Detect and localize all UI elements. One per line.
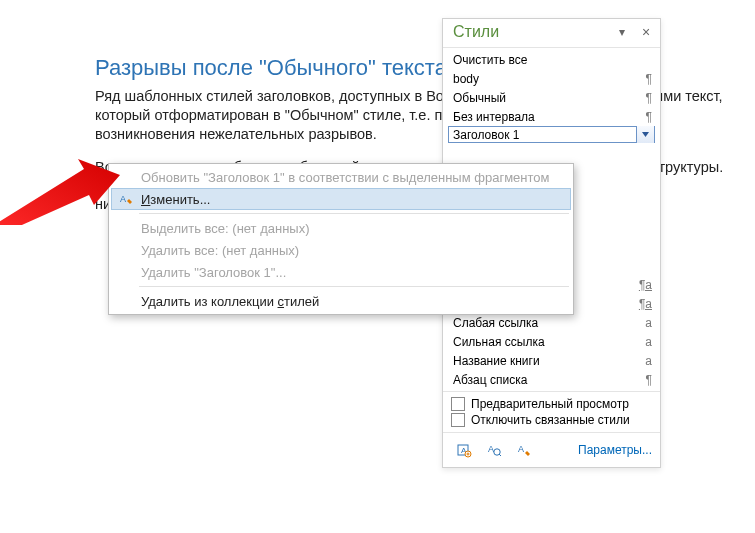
- style-type-icon: ¶: [636, 91, 652, 105]
- style-label: Сильная ссылка: [453, 335, 636, 349]
- style-inspector-button[interactable]: A: [481, 438, 507, 462]
- ctx-label: Изменить...: [141, 192, 210, 207]
- svg-text:A: A: [518, 444, 524, 454]
- svg-line-8: [499, 454, 501, 456]
- style-label: Заголовок 1: [453, 128, 636, 142]
- preview-checkbox-row[interactable]: Предварительный просмотр: [451, 396, 652, 412]
- style-type-icon: a: [636, 335, 652, 349]
- style-type-icon: a: [636, 354, 652, 368]
- style-item[interactable]: Сильная ссылка a: [443, 332, 660, 351]
- ctx-remove-all: Удалить все: (нет данных): [111, 239, 571, 261]
- style-type-icon: ¶: [636, 72, 652, 86]
- style-item[interactable]: Название книги a: [443, 351, 660, 370]
- ctx-label: Удалить "Заголовок 1"...: [141, 265, 286, 280]
- style-item[interactable]: Без интервала ¶: [443, 107, 660, 126]
- style-item[interactable]: Обычный ¶: [443, 88, 660, 107]
- pane-title: Стили: [453, 23, 614, 41]
- style-type-icon: ¶a: [636, 297, 652, 311]
- ctx-remove-from-gallery[interactable]: Удалить из коллекции стилей: [111, 290, 571, 312]
- ctx-select-all: Выделить все: (нет данных): [111, 217, 571, 239]
- checkbox-label: Предварительный просмотр: [471, 397, 629, 411]
- pane-header: Стили ▾ ×: [443, 19, 660, 48]
- manage-styles-button[interactable]: A: [511, 438, 537, 462]
- params-link[interactable]: Параметры...: [578, 443, 652, 457]
- style-label: Название книги: [453, 354, 636, 368]
- svg-marker-0: [642, 132, 649, 137]
- new-style-button[interactable]: A: [451, 438, 477, 462]
- svg-text:A: A: [488, 444, 494, 454]
- ctx-update-to-match: Обновить "Заголовок 1" в соответствии с …: [111, 166, 571, 188]
- modify-icon: A: [118, 191, 134, 207]
- style-type-icon: a: [636, 316, 652, 330]
- style-type-icon: ¶: [636, 373, 652, 387]
- svg-text:A: A: [120, 194, 126, 204]
- style-label: Слабая ссылка: [453, 316, 636, 330]
- style-type-icon: ¶a: [636, 278, 652, 292]
- style-item[interactable]: Слабая ссылка a: [443, 313, 660, 332]
- style-label: Обычный: [453, 91, 636, 105]
- style-label: body: [453, 72, 636, 86]
- style-type-icon: ¶: [636, 110, 652, 124]
- ctx-delete-style: Удалить "Заголовок 1"...: [111, 261, 571, 283]
- style-item[interactable]: body ¶: [443, 69, 660, 88]
- checkbox-icon[interactable]: [451, 413, 465, 427]
- ctx-separator: [139, 213, 569, 214]
- ctx-label: Выделить все: (нет данных): [141, 221, 310, 236]
- style-item[interactable]: Очистить все: [443, 50, 660, 69]
- pane-options: Предварительный просмотр Отключить связа…: [443, 391, 660, 432]
- ctx-label: Удалить все: (нет данных): [141, 243, 299, 258]
- ctx-label: Удалить из коллекции стилей: [141, 294, 319, 309]
- style-dropdown-icon[interactable]: [636, 126, 654, 143]
- style-item[interactable]: Абзац списка ¶: [443, 370, 660, 389]
- style-context-menu: Обновить "Заголовок 1" в соответствии с …: [108, 163, 574, 315]
- disable-linked-checkbox-row[interactable]: Отключить связанные стили: [451, 412, 652, 428]
- style-label: Без интервала: [453, 110, 636, 124]
- ctx-label: Обновить "Заголовок 1" в соответствии с …: [141, 170, 549, 185]
- ctx-modify[interactable]: A Изменить...: [111, 188, 571, 210]
- checkbox-icon[interactable]: [451, 397, 465, 411]
- pane-options-caret-icon[interactable]: ▾: [614, 25, 630, 39]
- style-label: Абзац списка: [453, 373, 636, 387]
- pane-footer: A A A Параметры...: [443, 432, 660, 467]
- ctx-separator: [139, 286, 569, 287]
- style-item-selected[interactable]: Заголовок 1: [448, 126, 655, 143]
- pane-close-icon[interactable]: ×: [638, 24, 654, 40]
- checkbox-label: Отключить связанные стили: [471, 413, 630, 427]
- style-label: Очистить все: [453, 53, 636, 67]
